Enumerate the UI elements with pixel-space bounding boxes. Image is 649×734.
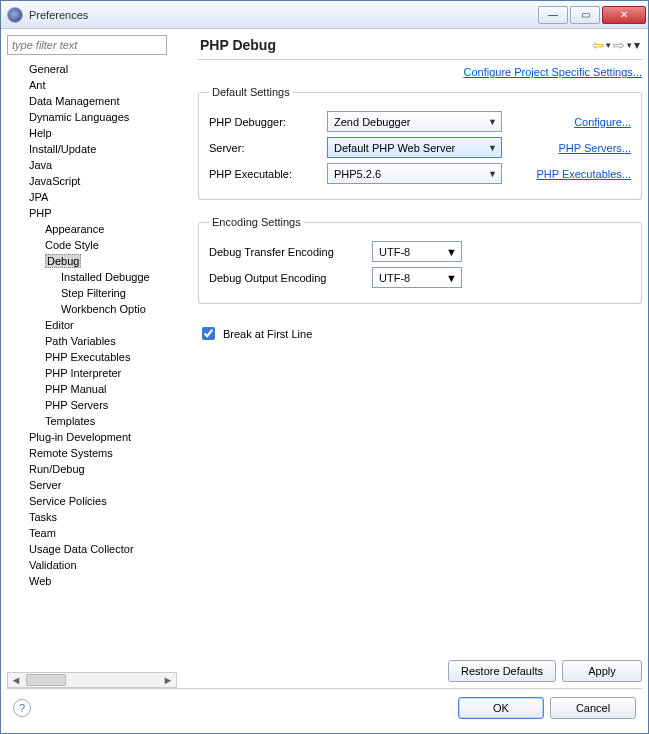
tree-item[interactable]: PHP Executables	[7, 349, 182, 365]
tree-item[interactable]: JavaScript	[7, 173, 182, 189]
preferences-window: Preferences — ▭ ✕ GeneralAntData Managem…	[0, 0, 649, 734]
tree-item[interactable]: Web	[7, 573, 182, 589]
tree-item[interactable]: Service Policies	[7, 493, 182, 509]
encoding-settings-legend: Encoding Settings	[209, 216, 304, 228]
tree-item[interactable]: Debug	[7, 253, 182, 269]
tree-item[interactable]: JPA	[7, 189, 182, 205]
php-executables-link[interactable]: PHP Executables...	[536, 168, 631, 180]
restore-defaults-button[interactable]: Restore Defaults	[448, 660, 556, 682]
tree-item[interactable]: Step Filtering	[7, 285, 182, 301]
tree-item-label: Server	[29, 479, 61, 491]
tree-item-label: Java	[29, 159, 52, 171]
tree-item[interactable]: Editor	[7, 317, 182, 333]
tree-item[interactable]: Validation	[7, 557, 182, 573]
tree-item[interactable]: Team	[7, 525, 182, 541]
output-encoding-label: Debug Output Encoding	[209, 272, 364, 284]
tree-item[interactable]: Ant	[7, 77, 182, 93]
filter-input[interactable]	[7, 35, 167, 55]
server-label: Server:	[209, 142, 319, 154]
executable-select[interactable]: PHP5.2.6 ▼	[327, 163, 502, 184]
split-divider[interactable]	[188, 35, 192, 688]
tree-item-label: JPA	[29, 191, 48, 203]
server-select[interactable]: Default PHP Web Server ▼	[327, 137, 502, 158]
tree-item-label: Data Management	[29, 95, 120, 107]
forward-menu-icon[interactable]: ▾	[627, 40, 632, 50]
tree-item[interactable]: Appearance	[7, 221, 182, 237]
tree-item-label: Help	[29, 127, 52, 139]
tree-item[interactable]: Help	[7, 125, 182, 141]
default-settings-legend: Default Settings	[209, 86, 293, 98]
tree-item-label: Templates	[45, 415, 95, 427]
scroll-right-icon[interactable]: ►	[160, 674, 176, 686]
ok-button[interactable]: OK	[458, 697, 544, 719]
tree-item-label: Team	[29, 527, 56, 539]
content-panel: PHP Debug ⇦ ▾ ⇨ ▾ ▾ Configure Project Sp…	[198, 35, 642, 688]
preferences-tree[interactable]: GeneralAntData ManagementDynamic Languag…	[7, 59, 182, 670]
tree-item-label: Code Style	[45, 239, 99, 251]
tree-item-label: Path Variables	[45, 335, 116, 347]
scroll-thumb[interactable]	[26, 674, 66, 686]
tree-item[interactable]: PHP Interpreter	[7, 365, 182, 381]
page-title: PHP Debug	[200, 37, 276, 53]
debugger-value: Zend Debugger	[334, 116, 410, 128]
tree-item-label: Service Policies	[29, 495, 107, 507]
horizontal-scrollbar[interactable]: ◄ ►	[7, 672, 177, 688]
close-button[interactable]: ✕	[602, 6, 646, 24]
tree-item[interactable]: Dynamic Languages	[7, 109, 182, 125]
tree-item[interactable]: Templates	[7, 413, 182, 429]
tree-item[interactable]: Plug-in Development	[7, 429, 182, 445]
tree-item[interactable]: Data Management	[7, 93, 182, 109]
minimize-button[interactable]: —	[538, 6, 568, 24]
tree-item[interactable]: Code Style	[7, 237, 182, 253]
forward-icon[interactable]: ⇨	[613, 37, 625, 53]
window-title: Preferences	[29, 9, 538, 21]
configure-project-link[interactable]: Configure Project Specific Settings...	[463, 66, 642, 78]
tree-item-label: Ant	[29, 79, 46, 91]
view-menu-icon[interactable]: ▾	[634, 38, 640, 52]
tree-item[interactable]: Workbench Optio	[7, 301, 182, 317]
tree-item-label: Step Filtering	[61, 287, 126, 299]
debugger-select[interactable]: Zend Debugger ▼	[327, 111, 502, 132]
chevron-down-icon: ▼	[446, 246, 457, 258]
apply-button[interactable]: Apply	[562, 660, 642, 682]
tree-item-label: PHP Manual	[45, 383, 107, 395]
titlebar[interactable]: Preferences — ▭ ✕	[1, 1, 648, 29]
tree-item-label: Debug	[45, 254, 81, 268]
configure-debugger-link[interactable]: Configure...	[574, 116, 631, 128]
tree-item-label: JavaScript	[29, 175, 80, 187]
chevron-down-icon: ▼	[446, 272, 457, 284]
transfer-encoding-label: Debug Transfer Encoding	[209, 246, 364, 258]
php-servers-link[interactable]: PHP Servers...	[558, 142, 631, 154]
tree-item[interactable]: Installed Debugge	[7, 269, 182, 285]
back-menu-icon[interactable]: ▾	[606, 40, 611, 50]
tree-item[interactable]: Server	[7, 477, 182, 493]
tree-item-label: Install/Update	[29, 143, 96, 155]
tree-item[interactable]: Java	[7, 157, 182, 173]
tree-item[interactable]: Usage Data Collector	[7, 541, 182, 557]
tree-item[interactable]: Tasks	[7, 509, 182, 525]
chevron-down-icon: ▼	[488, 117, 497, 127]
tree-item[interactable]: Run/Debug	[7, 461, 182, 477]
nav-buttons: ⇦ ▾ ⇨ ▾ ▾	[592, 37, 640, 53]
output-encoding-select[interactable]: UTF-8 ▼	[372, 267, 462, 288]
tree-item[interactable]: PHP	[7, 205, 182, 221]
tree-item[interactable]: PHP Servers	[7, 397, 182, 413]
tree-item[interactable]: Install/Update	[7, 141, 182, 157]
tree-item[interactable]: Path Variables	[7, 333, 182, 349]
cancel-button[interactable]: Cancel	[550, 697, 636, 719]
help-icon[interactable]: ?	[13, 699, 31, 717]
default-settings-group: Default Settings PHP Debugger: Zend Debu…	[198, 86, 642, 200]
output-encoding-value: UTF-8	[379, 272, 410, 284]
maximize-button[interactable]: ▭	[570, 6, 600, 24]
tree-item[interactable]: PHP Manual	[7, 381, 182, 397]
break-first-line-checkbox[interactable]	[202, 327, 215, 340]
tree-item-label: Run/Debug	[29, 463, 85, 475]
tree-item[interactable]: Remote Systems	[7, 445, 182, 461]
app-icon	[7, 7, 23, 23]
transfer-encoding-select[interactable]: UTF-8 ▼	[372, 241, 462, 262]
scroll-left-icon[interactable]: ◄	[8, 674, 24, 686]
tree-item-label: Appearance	[45, 223, 104, 235]
back-icon[interactable]: ⇦	[592, 37, 604, 53]
tree-item[interactable]: General	[7, 61, 182, 77]
dialog-footer: ? OK Cancel	[7, 688, 642, 727]
